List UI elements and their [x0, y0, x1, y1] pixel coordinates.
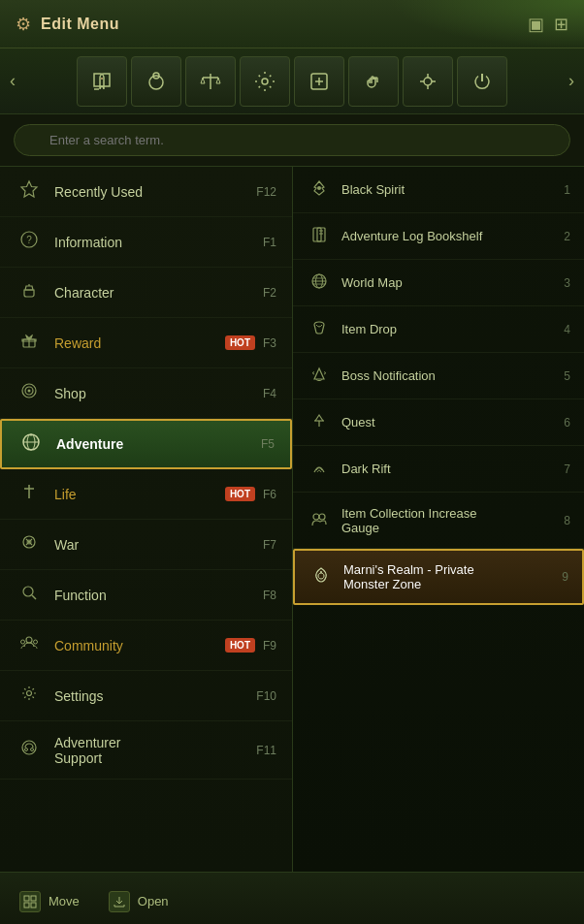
item-collection-icon	[307, 510, 332, 531]
right-item-adventure-log[interactable]: Adventure Log Bookshelf 2	[293, 213, 584, 260]
svg-rect-53	[24, 896, 29, 901]
world-map-icon	[307, 272, 332, 294]
right-adventure-log-label: Adventure Log Bookshelf	[341, 229, 564, 243]
open-label: Open	[138, 894, 169, 908]
sidebar-item-shop[interactable]: Shop F4	[0, 368, 292, 419]
sidebar-item-adventurer-support[interactable]: Adventurer Support F11	[0, 721, 292, 780]
main-content: Recently Used F12 ? Information F1 C	[0, 167, 584, 872]
right-marnis-line1: Marni's Realm - Private	[343, 562, 562, 577]
header-actions: ▣ ⊞	[528, 14, 568, 35]
move-action[interactable]: Move	[19, 891, 80, 912]
adventurer-support-label: Adventurer	[54, 735, 256, 750]
svg-point-9	[424, 78, 432, 85]
sidebar-adventure-key: F5	[261, 437, 275, 451]
life-icon	[16, 482, 43, 506]
svg-rect-55	[24, 903, 29, 908]
svg-point-5	[262, 79, 268, 84]
svg-point-30	[23, 587, 33, 596]
sidebar-item-adventure[interactable]: Adventure F5	[0, 419, 292, 469]
svg-point-52	[319, 514, 325, 520]
toolbar-arrow-left[interactable]: ‹	[4, 63, 21, 99]
sidebar-item-reward[interactable]: Reward HOT F3	[0, 318, 292, 368]
move-label: Move	[49, 894, 80, 908]
toolbar-gear-icon[interactable]	[240, 56, 290, 107]
header-title: Edit Menu	[41, 16, 119, 33]
right-item-boss-notification[interactable]: Boss Notification 5	[293, 353, 584, 399]
right-dark-rift-num: 7	[564, 462, 570, 476]
toolbar-target-icon[interactable]	[403, 56, 453, 107]
right-marnis-num: 9	[562, 570, 568, 584]
sidebar-life-key: F6	[263, 488, 276, 501]
right-item-quest[interactable]: Quest 6	[293, 399, 584, 446]
dark-rift-icon	[307, 459, 332, 480]
sidebar-item-war[interactable]: War F7	[0, 520, 292, 570]
sidebar-item-information[interactable]: ? Information F1	[0, 217, 292, 268]
search-input[interactable]	[14, 124, 570, 156]
right-world-map-num: 3	[564, 276, 570, 290]
sidebar-adventurer-support-key: F11	[256, 744, 276, 757]
right-boss-notification-label: Boss Notification	[341, 368, 564, 383]
toolbar-arrow-right[interactable]: ›	[563, 63, 580, 99]
sidebar-item-function[interactable]: Function F8	[0, 570, 292, 621]
bottom-bar: Move Open	[0, 872, 584, 924]
toolbar-hand-icon[interactable]	[348, 56, 399, 107]
svg-point-34	[34, 640, 38, 644]
sidebar-item-recently-used[interactable]: Recently Used F12	[0, 167, 292, 217]
sidebar-function-key: F8	[263, 589, 276, 602]
sidebar-item-community[interactable]: Community HOT F9	[0, 621, 292, 671]
right-item-item-drop[interactable]: Item Drop 4	[293, 306, 584, 353]
right-item-black-spirit[interactable]: Black Spirit 1	[293, 167, 584, 213]
sidebar-item-life[interactable]: Life HOT F6	[0, 469, 292, 520]
right-item-dark-rift[interactable]: Dark Rift 7	[293, 446, 584, 493]
open-action[interactable]: Open	[109, 891, 169, 912]
layout1-icon[interactable]: ▣	[528, 14, 544, 35]
right-quest-label: Quest	[341, 415, 564, 430]
toolbar-scale-icon[interactable]	[185, 56, 236, 107]
layout2-icon[interactable]: ⊞	[554, 14, 568, 35]
adventurer-support-icon	[16, 738, 43, 762]
sidebar-recently-used-label: Recently Used	[54, 184, 256, 200]
svg-point-35	[27, 691, 32, 696]
sidebar: Recently Used F12 ? Information F1 C	[0, 167, 293, 872]
sidebar-reward-label: Reward	[54, 335, 225, 351]
toolbar-power-icon[interactable]	[457, 56, 507, 107]
right-quest-num: 6	[564, 416, 570, 430]
sidebar-reward-key: F3	[263, 336, 276, 350]
svg-marker-14	[21, 181, 37, 197]
sidebar-function-label: Function	[54, 588, 263, 603]
svg-text:?: ?	[26, 235, 32, 245]
sidebar-settings-label: Settings	[54, 688, 256, 704]
sidebar-item-settings[interactable]: Settings F10	[0, 671, 292, 721]
right-boss-notification-num: 5	[564, 369, 570, 383]
community-hot-badge: HOT	[225, 638, 255, 653]
toolbar-ball-icon[interactable]	[131, 56, 181, 107]
right-black-spirit-num: 1	[564, 183, 570, 197]
sidebar-recently-used-key: F12	[256, 185, 276, 199]
svg-point-1	[149, 76, 163, 89]
svg-rect-54	[31, 896, 36, 901]
recently-used-icon	[16, 179, 43, 204]
function-icon	[16, 583, 43, 607]
right-item-marnis-realm[interactable]: Marni's Realm - Private Monster Zone 9	[293, 549, 584, 605]
sidebar-item-character[interactable]: Character F2	[0, 268, 292, 318]
marnis-realm-icon	[308, 566, 334, 588]
open-icon	[109, 891, 130, 912]
sidebar-community-key: F9	[263, 639, 276, 653]
right-marnis-line2: Monster Zone	[343, 577, 562, 591]
svg-point-32	[26, 637, 32, 643]
toolbar-plus-icon[interactable]	[294, 56, 344, 107]
settings-icon	[16, 684, 43, 708]
right-black-spirit-label: Black Spirit	[341, 182, 564, 197]
right-item-world-map[interactable]: World Map 3	[293, 260, 584, 306]
sidebar-settings-key: F10	[256, 689, 276, 703]
svg-line-31	[32, 595, 36, 599]
sidebar-war-key: F7	[263, 538, 276, 552]
svg-point-37	[25, 749, 28, 751]
sidebar-information-label: Information	[54, 235, 263, 250]
sidebar-character-label: Character	[54, 285, 263, 301]
reward-hot-badge: HOT	[225, 335, 255, 350]
right-item-item-collection[interactable]: Item Collection Increase Gauge 8	[293, 493, 584, 549]
sidebar-information-key: F1	[263, 236, 276, 249]
sidebar-shop-label: Shop	[54, 386, 263, 401]
toolbar-book-icon[interactable]	[77, 56, 127, 107]
